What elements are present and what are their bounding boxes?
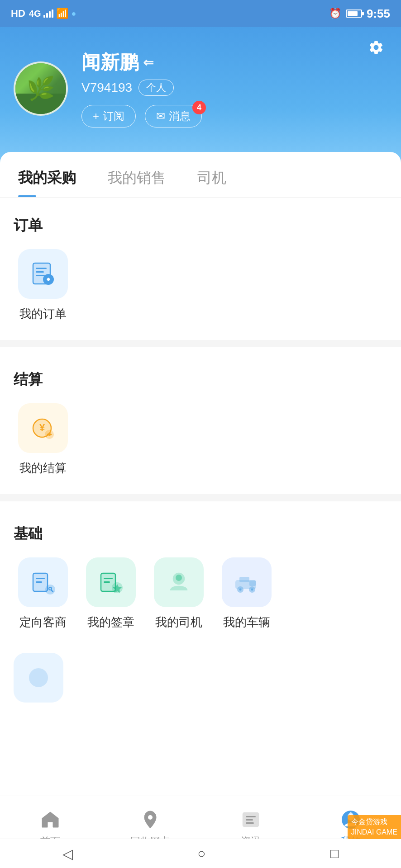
my-order-icon: [18, 249, 68, 299]
my-order-item[interactable]: 我的订单: [14, 249, 72, 322]
my-vehicle-label: 我的车辆: [223, 614, 270, 630]
status-left: HD 4G 📶 ●: [11, 8, 76, 19]
location-icon: [138, 807, 162, 832]
location-svg-icon: [140, 809, 161, 830]
back-button[interactable]: ◁: [62, 846, 73, 862]
svg-rect-14: [36, 578, 45, 579]
recent-button[interactable]: □: [330, 846, 339, 861]
my-seal-label: 我的签章: [87, 614, 134, 630]
settings-button[interactable]: [365, 36, 387, 59]
message-icon: ✉: [156, 110, 165, 123]
profile-info: 闻新鹏 ⇐ V794193 个人 + 订阅 ✉ 消息 4: [81, 50, 387, 127]
4g-icon: 4G: [29, 9, 41, 19]
battery-icon: [346, 9, 362, 18]
directed-vendor-item[interactable]: 定向客商: [14, 557, 72, 630]
status-bar: HD 4G 📶 ● ⏰ 9:55: [0, 0, 401, 27]
user-id: V794193: [81, 80, 132, 95]
svg-rect-38: [246, 819, 253, 821]
network-label: HD: [11, 8, 25, 19]
dot-icon: ●: [71, 9, 76, 19]
tab-sales[interactable]: 我的销售: [103, 152, 184, 197]
status-time: 9:55: [367, 7, 390, 21]
directed-vendor-label: 定向客商: [19, 614, 67, 630]
my-driver-svg: [165, 569, 192, 596]
basic-grid: 定向客商 我的签章: [14, 557, 387, 639]
signal-icon: [43, 9, 53, 18]
wifi-icon: 📶: [56, 8, 68, 19]
gear-icon: [368, 39, 384, 56]
my-vehicle-icon: [222, 557, 272, 607]
order-title: 订单: [14, 216, 387, 236]
news-icon: [239, 807, 263, 832]
basic-title: 基础: [14, 524, 387, 544]
my-driver-icon: [154, 557, 204, 607]
my-settlement-label: 我的结算: [19, 460, 67, 476]
settlement-title: 结算: [14, 370, 387, 390]
svg-rect-2: [36, 268, 47, 269]
home-svg-icon: [40, 809, 61, 830]
home-button[interactable]: ○: [197, 846, 205, 861]
tab-purchase[interactable]: 我的采购: [14, 152, 94, 197]
my-seal-item[interactable]: 我的签章: [81, 557, 140, 630]
my-settlement-item[interactable]: ¥ 我的结算: [14, 403, 72, 476]
order-svg-icon: [29, 260, 57, 288]
svg-rect-3: [36, 271, 44, 273]
avatar[interactable]: [14, 61, 68, 116]
svg-rect-33: [249, 580, 256, 586]
profile-row: 闻新鹏 ⇐ V794193 个人 + 订阅 ✉ 消息 4: [14, 50, 387, 127]
svg-point-30: [239, 589, 242, 591]
tab-driver[interactable]: 司机: [193, 152, 244, 197]
my-vehicle-svg: [233, 569, 260, 596]
more-icon: [14, 653, 63, 703]
divider-2: [0, 494, 401, 501]
watermark: 今金贷游戏JINDAI GAME: [348, 815, 401, 839]
svg-rect-37: [246, 816, 256, 817]
svg-rect-39: [246, 822, 254, 824]
user-tag: 个人: [138, 80, 174, 96]
more-items-hint: [0, 644, 401, 712]
settlement-section: 结算 ¥ 我的结算: [0, 352, 401, 490]
svg-point-34: [29, 669, 48, 687]
news-svg-icon: [240, 809, 261, 830]
svg-rect-22: [104, 581, 110, 583]
alarm-icon: ⏰: [329, 8, 341, 19]
user-name-text: 闻新鹏: [81, 50, 138, 75]
order-grid: 我的订单: [14, 249, 387, 331]
divider-1: [0, 340, 401, 347]
more-svg: [27, 666, 50, 689]
my-driver-label: 我的司机: [155, 614, 202, 630]
user-name-row: 闻新鹏 ⇐: [81, 50, 387, 75]
action-buttons: + 订阅 ✉ 消息 4: [81, 105, 387, 127]
my-settlement-icon: ¥: [18, 403, 68, 453]
svg-rect-28: [239, 577, 249, 582]
my-vehicle-item[interactable]: 我的车辆: [217, 557, 276, 630]
home-icon: [38, 807, 62, 832]
subscribe-button[interactable]: + 订阅: [81, 105, 136, 127]
tabs-row: 我的采购 我的销售 司机: [0, 152, 401, 198]
message-badge: 4: [192, 101, 206, 114]
subscribe-label: 订阅: [103, 109, 124, 123]
message-label: 消息: [169, 109, 191, 123]
svg-rect-15: [36, 581, 42, 583]
edit-icon: ⇐: [143, 55, 153, 70]
my-order-label: 我的订单: [19, 306, 67, 322]
system-nav-bar: ◁ ○ □: [0, 839, 401, 868]
my-seal-icon: [86, 557, 136, 607]
settlement-svg-icon: ¥: [29, 415, 57, 442]
main-card: 我的采购 我的销售 司机 订单: [0, 152, 401, 802]
subscribe-icon: +: [93, 110, 99, 123]
svg-point-35: [148, 815, 153, 820]
directed-vendor-svg: [29, 569, 57, 596]
message-button[interactable]: ✉ 消息 4: [145, 105, 202, 127]
my-driver-item[interactable]: 我的司机: [149, 557, 208, 630]
profile-header: 闻新鹏 ⇐ V794193 个人 + 订阅 ✉ 消息 4: [0, 27, 401, 163]
svg-rect-21: [104, 578, 113, 579]
status-right: ⏰ 9:55: [329, 7, 390, 21]
basic-section: 基础 定向客商: [0, 506, 401, 644]
svg-point-7: [47, 278, 50, 281]
avatar-image: [15, 63, 66, 114]
directed-vendor-icon: [18, 557, 68, 607]
status-icons: 4G 📶 ●: [29, 8, 76, 19]
svg-point-32: [251, 589, 253, 591]
settlement-grid: ¥ 我的结算: [14, 403, 387, 485]
